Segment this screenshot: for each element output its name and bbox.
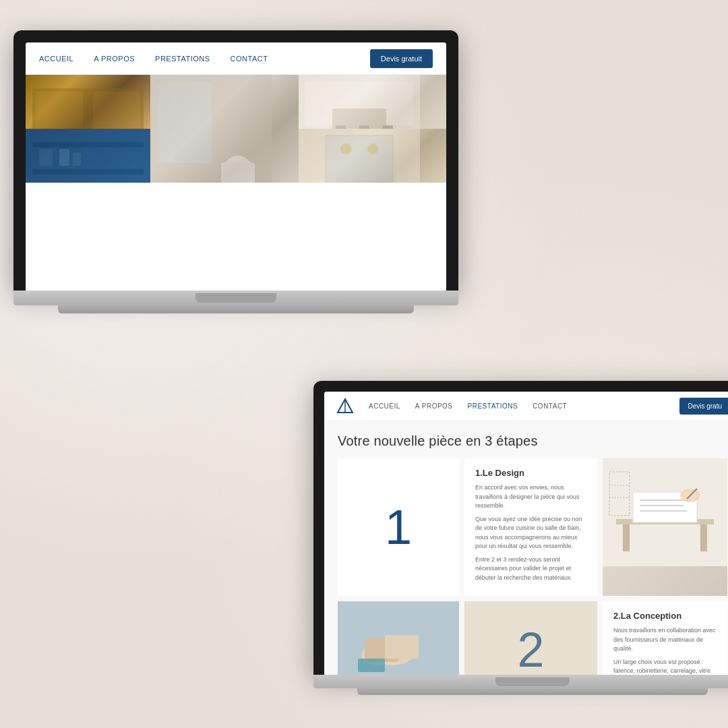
navbar-1: ACCUEIL A PROPOS PRESTATIONS CONTACT Dev… — [26, 42, 446, 75]
step-2-grid: 2 2.La Conception Nous travaillons en co… — [338, 601, 727, 675]
step-1-text-cell: 1.Le Design En accord avec vos envies, n… — [464, 458, 597, 596]
step-1-grid: 1 1.Le Design En accord avec vos envies,… — [338, 458, 727, 596]
logo-icon — [335, 396, 355, 417]
gallery-grid — [26, 75, 446, 291]
nav-apropos-1[interactable]: A PROPOS — [94, 55, 135, 63]
laptop-2-base — [313, 675, 728, 688]
svg-rect-11 — [73, 152, 81, 166]
step-2-text-cell: 2.La Conception Nous travaillons en coll… — [603, 601, 727, 675]
laptop-2-notch — [495, 677, 570, 686]
gallery-img-bathroom — [150, 75, 299, 183]
gallery-middle-right — [150, 75, 446, 183]
nav-apropos-2[interactable]: A PROPOS — [415, 402, 453, 410]
gallery-img-kitchen-modern — [299, 129, 447, 183]
laptop-1-notch — [195, 293, 276, 303]
laptop-2-screen-wrapper: ACCUEIL A PROPOS PRESTATIONS CONTACT Dev… — [313, 381, 728, 675]
laptop-2: ACCUEIL A PROPOS PRESTATIONS CONTACT Dev… — [313, 381, 728, 695]
step-2-number: 2 — [517, 626, 544, 674]
step-2-para2: Un large choix vous est proposé : faïenc… — [613, 658, 717, 675]
laptop-1-screen-wrapper: ACCUEIL A PROPOS PRESTATIONS CONTACT Dev… — [13, 30, 458, 291]
svg-rect-7 — [32, 169, 144, 175]
laptop-1-screen: ACCUEIL A PROPOS PRESTATIONS CONTACT Dev… — [26, 42, 446, 291]
nav-links-2: ACCUEIL A PROPOS PRESTATIONS CONTACT — [369, 402, 679, 410]
navbar-2: ACCUEIL A PROPOS PRESTATIONS CONTACT Dev… — [324, 392, 728, 421]
svg-rect-17 — [221, 162, 255, 183]
svg-point-32 — [367, 144, 378, 154]
svg-rect-2 — [36, 92, 83, 129]
design-sketch-icon — [603, 458, 727, 566]
step-1-para2: Que vous ayez une idée précise ou non de… — [475, 515, 586, 551]
gallery-img-kitchen-white — [299, 75, 447, 129]
gallery-left-col — [26, 75, 150, 183]
svg-rect-3 — [93, 92, 140, 129]
step-1-para1: En accord avec vos envies, nous travaill… — [475, 483, 586, 511]
step-2-para1: Nous travaillons en collaboration avec d… — [613, 626, 717, 654]
svg-rect-53 — [358, 659, 385, 672]
step-2-title: 2.La Conception — [613, 611, 717, 621]
nav-accueil-2[interactable]: ACCUEIL — [369, 402, 400, 410]
nav-links-1: ACCUEIL A PROPOS PRESTATIONS CONTACT — [39, 55, 370, 63]
svg-rect-10 — [59, 149, 69, 166]
gallery-img-kitchen-wood — [26, 75, 150, 129]
step-1-image — [603, 458, 727, 596]
gallery-img-shelves — [26, 129, 150, 183]
svg-rect-37 — [623, 524, 630, 551]
svg-point-31 — [340, 144, 351, 154]
nav-contact-2[interactable]: CONTACT — [533, 402, 567, 410]
svg-rect-18 — [157, 82, 211, 162]
process-title: Votre nouvelle pièce en 3 étapes — [338, 433, 727, 449]
step-2-image-left — [338, 601, 459, 675]
devis-button-2[interactable]: Devis gratu — [679, 398, 728, 415]
svg-rect-9 — [39, 149, 53, 166]
laptop-1: ACCUEIL A PROPOS PRESTATIONS CONTACT Dev… — [13, 30, 458, 313]
step-1-para3: Entre 2 et 3 rendez-vous seront nécessai… — [475, 555, 586, 583]
conception-image-icon — [338, 601, 459, 675]
nav-contact-1[interactable]: CONTACT — [231, 55, 268, 63]
svg-rect-52 — [385, 635, 419, 659]
step-2-number-cell: 2 — [464, 601, 597, 675]
svg-rect-38 — [700, 524, 707, 551]
svg-rect-29 — [326, 135, 393, 183]
step-1-number: 1 — [385, 503, 412, 551]
laptop-2-screen: ACCUEIL A PROPOS PRESTATIONS CONTACT Dev… — [324, 392, 728, 675]
devis-button-1[interactable]: Devis gratuit — [370, 49, 433, 68]
step-1-title: 1.Le Design — [475, 468, 586, 478]
laptop-1-foot — [58, 305, 414, 313]
nav-prestations-2[interactable]: PRESTATIONS — [468, 402, 518, 410]
svg-rect-6 — [32, 142, 144, 148]
laptop-2-foot — [357, 688, 708, 695]
step-1-number-cell: 1 — [338, 458, 459, 596]
process-section: Votre nouvelle pièce en 3 étapes 1 1.Le … — [324, 421, 728, 675]
laptop-1-base — [13, 291, 458, 305]
nav-accueil-1[interactable]: ACCUEIL — [39, 55, 73, 63]
nav-prestations-1[interactable]: PRESTATIONS — [155, 55, 210, 63]
